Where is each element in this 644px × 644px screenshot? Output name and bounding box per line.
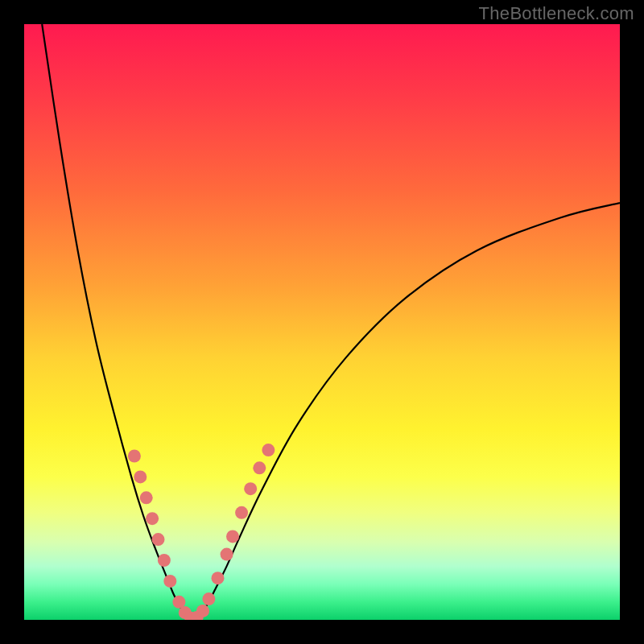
data-point [244, 482, 257, 495]
curve-curve-right [191, 203, 620, 620]
data-point [172, 596, 185, 609]
data-point [140, 491, 153, 504]
data-point [163, 575, 176, 588]
data-point [212, 572, 225, 584]
curve-curve-left [42, 24, 191, 620]
watermark-text: TheBottleneck.com [479, 3, 634, 24]
data-point [128, 450, 141, 463]
chart-outer-frame: TheBottleneck.com [0, 0, 644, 644]
chart-plot-area [24, 24, 620, 620]
data-point [196, 605, 209, 617]
data-point [179, 606, 192, 619]
data-point [158, 554, 171, 567]
data-point [202, 592, 215, 605]
data-point [262, 444, 275, 456]
data-point [152, 533, 165, 546]
data-point [221, 548, 233, 561]
chart-svg [24, 24, 620, 620]
data-point [235, 506, 248, 519]
data-point [184, 612, 197, 620]
data-point [146, 512, 159, 525]
data-point [134, 470, 147, 483]
data-point [191, 611, 204, 620]
data-point [226, 530, 239, 543]
data-point [253, 461, 266, 474]
